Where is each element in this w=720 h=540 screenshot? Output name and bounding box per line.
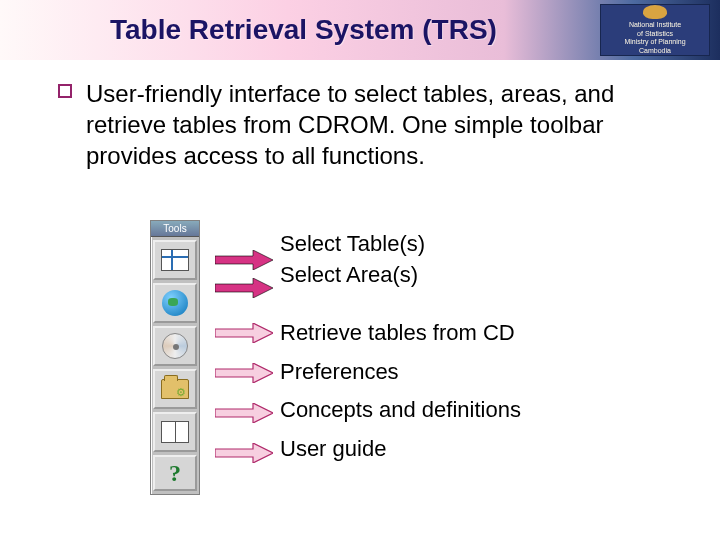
crest-icon: [643, 5, 667, 19]
label-user-guide: User guide: [280, 435, 521, 464]
toolbar-diagram: Tools ? Select Table(s) Select Area(s) R…: [150, 220, 521, 495]
toolbar: Tools ?: [150, 220, 200, 495]
help-icon: ?: [169, 460, 181, 487]
label-retrieve-cd: Retrieve tables from CD: [280, 319, 521, 348]
toolbar-button-help[interactable]: ?: [153, 455, 197, 491]
logo-line4: Cambodia: [639, 47, 671, 55]
table-icon: [161, 249, 189, 271]
logo-line1: National Institute: [629, 21, 681, 29]
page-title: Table Retrieval System (TRS): [110, 14, 497, 46]
toolbar-header: Tools: [151, 221, 199, 237]
arrow-icon: [215, 363, 273, 383]
intro-text: User-friendly interface to select tables…: [86, 78, 670, 172]
title-bar: Table Retrieval System (TRS) National In…: [0, 0, 720, 60]
labels-column: Select Table(s) Select Area(s) Retrieve …: [280, 220, 521, 474]
logo-line2: of Statistics: [637, 30, 673, 38]
toolbar-button-prefs[interactable]: [153, 369, 197, 409]
toolbar-button-book[interactable]: [153, 412, 197, 452]
book-icon: [161, 421, 189, 443]
globe-icon: [162, 290, 188, 316]
label-select-area: Select Area(s): [280, 261, 521, 290]
folder-icon: [161, 379, 189, 399]
logo-badge: National Institute of Statistics Ministr…: [600, 4, 710, 56]
label-preferences: Preferences: [280, 358, 521, 387]
bullet-item: User-friendly interface to select tables…: [58, 78, 670, 172]
toolbar-button-cd[interactable]: [153, 326, 197, 366]
label-concepts: Concepts and definitions: [280, 396, 521, 425]
logo-line3: Ministry of Planning: [624, 38, 685, 46]
arrow-icon: [215, 323, 273, 343]
arrow-icon: [215, 443, 273, 463]
cd-icon: [162, 333, 188, 359]
arrow-icon: [215, 278, 273, 298]
arrow-icon: [215, 403, 273, 423]
arrow-icon: [215, 250, 273, 270]
label-select-table: Select Table(s): [280, 230, 521, 259]
toolbar-button-table[interactable]: [153, 240, 197, 280]
content-area: User-friendly interface to select tables…: [0, 60, 720, 172]
square-bullet-icon: [58, 84, 72, 98]
toolbar-button-globe[interactable]: [153, 283, 197, 323]
